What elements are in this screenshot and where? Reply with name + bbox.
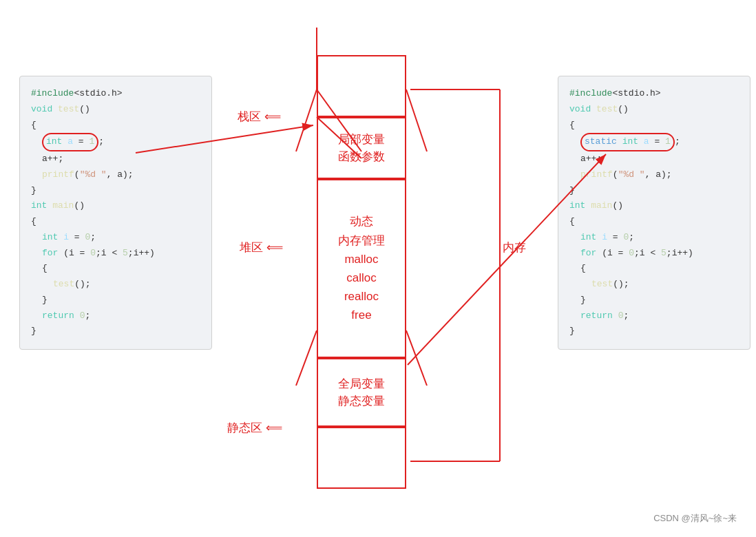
memory-diagram: 局部变量 函数参数 动态内存管理malloccallocreallocfree … bbox=[317, 28, 406, 516]
code-line: } bbox=[31, 293, 200, 308]
stack-annotation: 栈区 ⟸ bbox=[238, 109, 281, 125]
mem-seg-bottom bbox=[317, 427, 406, 489]
code-line: #include<stdio.h> bbox=[31, 86, 200, 102]
code-line: } bbox=[569, 293, 739, 308]
code-line: return 0; bbox=[31, 308, 200, 324]
code-line: { bbox=[569, 118, 739, 134]
code-line: int main() bbox=[31, 198, 200, 214]
code-line-highlight: static int a = 1; bbox=[569, 133, 739, 151]
code-line: for (i = 0;i < 5;i++) bbox=[31, 246, 200, 262]
code-line: a++; bbox=[31, 151, 200, 167]
svg-line-8 bbox=[406, 330, 427, 386]
svg-line-5 bbox=[296, 90, 317, 151]
watermark: CSDN @清风~徐~来 bbox=[653, 512, 737, 525]
left-code-panel: #include<stdio.h> void test() { int a = … bbox=[19, 76, 212, 350]
code-line: void test() bbox=[569, 102, 739, 118]
code-line: printf("%d ", a); bbox=[569, 167, 739, 183]
mem-seg-top bbox=[317, 55, 406, 117]
svg-line-6 bbox=[296, 330, 317, 386]
code-line: { bbox=[31, 261, 200, 277]
code-line: printf("%d ", a); bbox=[31, 167, 200, 183]
code-line: } bbox=[31, 324, 200, 339]
code-line: } bbox=[569, 183, 739, 199]
code-line: for (i = 0;i < 5;i++) bbox=[569, 246, 739, 262]
code-line: { bbox=[31, 118, 200, 134]
code-line: { bbox=[569, 214, 739, 230]
mem-seg-heap: 动态内存管理malloccallocreallocfree bbox=[317, 179, 406, 358]
code-line: return 0; bbox=[569, 308, 739, 324]
code-line: int i = 0; bbox=[569, 230, 739, 246]
code-line: int main() bbox=[569, 198, 739, 214]
code-line: } bbox=[569, 324, 739, 339]
code-line: } bbox=[31, 183, 200, 199]
svg-line-7 bbox=[406, 90, 427, 151]
mem-annotation: 内存 bbox=[503, 240, 526, 255]
code-line: void test() bbox=[31, 102, 200, 118]
code-line: #include<stdio.h> bbox=[569, 86, 739, 102]
code-line: a++; bbox=[569, 151, 739, 167]
mem-seg-static: 全局变量 静态变量 bbox=[317, 358, 406, 427]
static-label: 全局变量 静态变量 bbox=[338, 375, 385, 410]
code-line: test(); bbox=[31, 277, 200, 293]
mem-seg-stack: 局部变量 函数参数 bbox=[317, 117, 406, 179]
stack-label: 局部变量 函数参数 bbox=[338, 131, 385, 166]
code-line: { bbox=[569, 261, 739, 277]
static-annotation: 静态区 ⟸ bbox=[227, 420, 282, 436]
heap-annotation: 堆区 ⟸ bbox=[240, 240, 283, 255]
code-line-highlight: int a = 1; bbox=[31, 133, 200, 151]
right-code-panel: #include<stdio.h> void test() { static i… bbox=[558, 76, 750, 350]
heap-label: 动态内存管理malloccallocreallocfree bbox=[338, 212, 385, 324]
code-line: { bbox=[31, 214, 200, 230]
code-line: int i = 0; bbox=[31, 230, 200, 246]
code-line: test(); bbox=[569, 277, 739, 293]
